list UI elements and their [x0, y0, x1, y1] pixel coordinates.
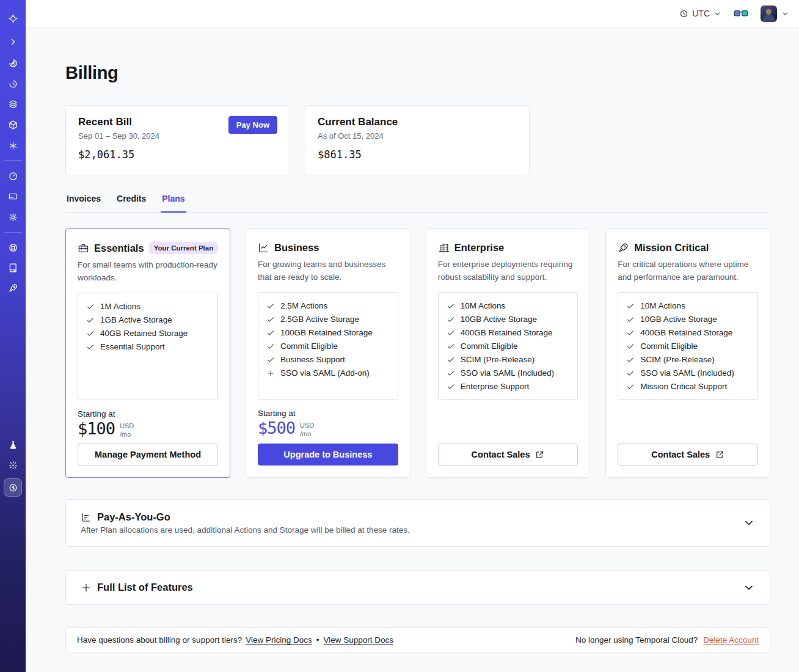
price-currency: USD [120, 422, 134, 430]
price-amount: $500 [258, 418, 295, 437]
plan-name: Business [274, 242, 319, 254]
plan-features: 1M Actions 1GB Active Storage 40GB Retai… [78, 293, 218, 400]
plan-features: 10M Actions 10GB Active Storage 400GB Re… [618, 292, 758, 400]
price-amount: $100 [78, 419, 115, 438]
feature-text: 10GB Active Storage [461, 315, 537, 324]
labs-icon[interactable] [0, 440, 26, 450]
bar-chart-icon [81, 512, 92, 523]
manage-payment-button[interactable]: Manage Payment Method [78, 444, 218, 466]
pay-now-button[interactable]: Pay Now [228, 116, 277, 134]
external-link-icon [715, 450, 724, 459]
nexus-icon[interactable] [0, 141, 26, 151]
plan-price: Starting at $100 USD/mo [78, 409, 218, 439]
check-icon [266, 315, 275, 324]
plan-description: For small teams with production-ready wo… [78, 259, 218, 284]
payg-subtitle: After Plan allocations are used, additio… [81, 525, 410, 535]
feature-text: 10M Actions [640, 301, 685, 310]
billing-summary: Recent Bill Sep 01 – Sep 30, 2024 Pay No… [65, 105, 770, 175]
contact-sales-button[interactable]: Contact Sales [618, 444, 758, 466]
current-balance-amount: $861.35 [318, 148, 517, 161]
payg-accordion[interactable]: Pay-As-You-Go After Plan allocations are… [65, 499, 770, 547]
check-icon [626, 356, 635, 364]
price-label: Starting at [258, 409, 398, 418]
schedules-icon[interactable] [0, 79, 26, 89]
current-balance-title: Current Balance [318, 116, 517, 128]
feature-text: 1GB Active Storage [100, 315, 172, 324]
check-icon [86, 343, 95, 351]
timezone-selector[interactable]: UTC [679, 9, 721, 18]
contact-sales-button[interactable]: Contact Sales [438, 444, 578, 466]
clock-icon [679, 9, 688, 18]
plan-description: For enterprise deployments requiring rob… [438, 258, 578, 283]
feature-text: 2.5GB Active Storage [280, 315, 359, 324]
upgrade-business-button[interactable]: Upgrade to Business [258, 444, 398, 466]
temporal-logo-icon[interactable] [0, 13, 26, 24]
account-menu[interactable] [761, 5, 789, 22]
feature-text: 40GB Retained Storage [100, 329, 188, 338]
plan-name: Essentials [94, 243, 144, 254]
recent-bill-amount: $2,061.35 [78, 148, 277, 161]
tab-plans[interactable]: Plans [161, 190, 186, 213]
settings-icon[interactable] [0, 212, 26, 222]
check-icon [266, 356, 275, 364]
cta-label: Contact Sales [651, 450, 710, 459]
3d-glasses-icon[interactable] [734, 9, 748, 18]
full-features-title: Full List of Features [97, 582, 193, 593]
billing-icon[interactable]: $ [4, 478, 22, 497]
usage-icon[interactable] [0, 171, 26, 181]
plan-card-mission-critical: Mission Critical For critical operations… [605, 228, 770, 478]
check-icon [447, 329, 455, 337]
feature-text: Commit Eligible [461, 341, 518, 351]
full-features-accordion[interactable]: Full List of Features [65, 570, 770, 605]
cta-label: Upgrade to Business [283, 450, 372, 459]
tab-credits[interactable]: Credits [115, 190, 147, 212]
price-currency: USD [300, 421, 314, 429]
support-docs-link[interactable]: View Support Docs [323, 635, 393, 645]
check-icon [86, 329, 95, 338]
getting-started-icon[interactable] [0, 283, 26, 293]
plan-name: Enterprise [454, 242, 505, 254]
check-icon [266, 329, 275, 337]
collapse-chevron-icon[interactable] [0, 37, 26, 47]
svg-text:$: $ [11, 485, 14, 491]
feature-text: Enterprise Support [461, 382, 530, 391]
plan-description: For critical operations where uptime and… [618, 258, 758, 283]
feature-text: Mission Critical Support [640, 382, 727, 391]
feature-text: 2.5M Actions [280, 301, 327, 310]
pricing-docs-link[interactable]: View Pricing Docs [246, 635, 312, 645]
plan-name: Mission Critical [634, 242, 709, 254]
plan-price: Starting at $500 USD/mo [258, 409, 398, 439]
feature-text: SSO via SAML (Included) [640, 368, 734, 378]
support-icon[interactable] [0, 243, 26, 253]
recent-bill-title: Recent Bill [78, 116, 159, 128]
check-icon [266, 302, 275, 310]
check-icon [626, 302, 635, 310]
feature-text: SSO via SAML (Add-on) [280, 368, 370, 378]
feature-text: Essential Support [100, 342, 165, 351]
feature-text: Business Support [280, 355, 345, 364]
billing-tabs: Invoices Credits Plans [65, 190, 770, 213]
sidebar-divider [4, 232, 22, 233]
stack-icon[interactable] [0, 99, 26, 109]
deployments-icon[interactable] [0, 120, 26, 130]
theme-icon[interactable] [0, 460, 26, 470]
payments-icon[interactable] [0, 191, 26, 202]
docs-icon[interactable] [0, 263, 26, 273]
namespaces-icon[interactable] [0, 58, 26, 68]
check-icon [626, 342, 635, 351]
buildings-icon [438, 242, 450, 254]
topbar: UTC [26, 0, 799, 27]
separator-dot: • [316, 635, 319, 645]
feature-text: 10M Actions [461, 301, 506, 310]
plan-card-essentials: Essentials Your Current Plan For small t… [65, 228, 230, 478]
plan-description: For growing teams and businesses that ar… [258, 258, 398, 283]
check-icon [626, 382, 635, 391]
chevron-down-icon [713, 10, 721, 18]
feature-text: Commit Eligible [280, 341, 338, 351]
feature-text: 400GB Retained Storage [640, 328, 732, 337]
delete-account-link[interactable]: Delete Account [703, 635, 759, 645]
billing-footer: Have questions about billing or support … [65, 627, 770, 652]
check-icon [626, 369, 635, 378]
check-icon [626, 315, 635, 324]
tab-invoices[interactable]: Invoices [65, 190, 102, 212]
